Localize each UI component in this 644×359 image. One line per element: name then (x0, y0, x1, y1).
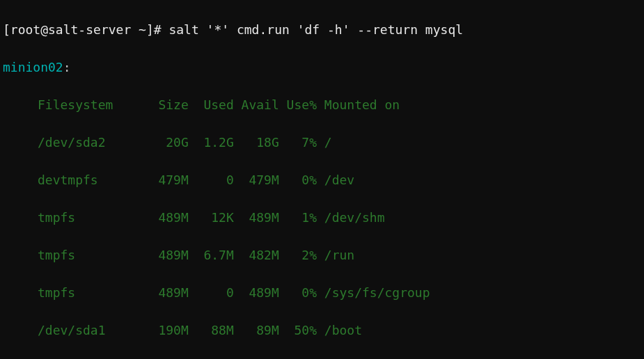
table-row: tmpfs 489M 6.7M 482M 2% /run (3, 246, 641, 264)
minion-block-0: minion02: (3, 58, 641, 77)
command-prompt[interactable]: [root@salt-server ~]# salt '*' cmd.run '… (3, 20, 641, 39)
df-header: Filesystem Size Used Avail Use% Mounted … (3, 95, 641, 114)
terminal-output: [root@salt-server ~]# salt '*' cmd.run '… (3, 1, 641, 359)
minion-name: minion02 (3, 60, 63, 74)
table-row: /dev/sda1 190M 88M 89M 50% /boot (3, 321, 641, 340)
table-row: tmpfs 489M 0 489M 0% /sys/fs/cgroup (3, 283, 641, 302)
table-row: devtmpfs 479M 0 479M 0% /dev (3, 170, 641, 189)
table-row: /dev/sda2 20G 1.2G 18G 7% / (3, 133, 641, 152)
colon: : (63, 60, 71, 74)
table-row: tmpfs 489M 12K 489M 1% /dev/shm (3, 208, 641, 227)
